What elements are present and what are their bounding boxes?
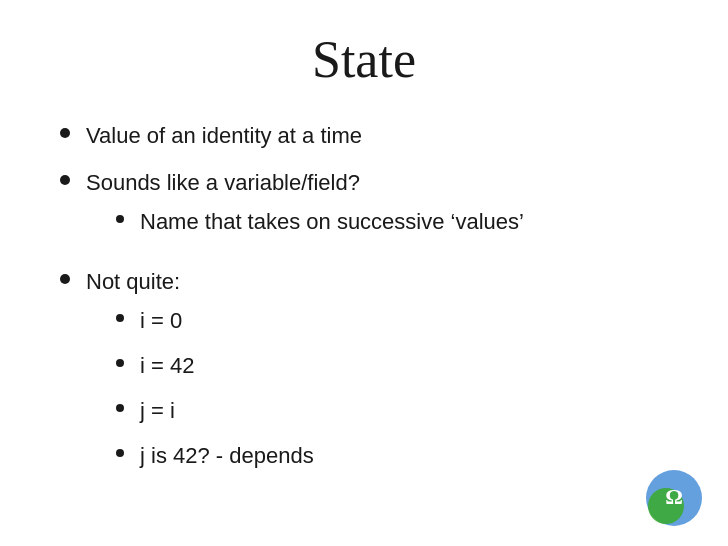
list-item: Not quite: i = 0 i = 42 j = i <box>60 267 668 485</box>
sub-text: j is 42? - depends <box>140 441 668 472</box>
logo-icon: Ω <box>644 468 704 528</box>
list-item: j is 42? - depends <box>86 441 668 472</box>
sub-dot-icon <box>116 449 124 457</box>
sub-dot-icon <box>116 314 124 322</box>
sub-text: Name that takes on successive ‘values’ <box>140 207 668 238</box>
bullet-text: Not quite: <box>86 269 180 294</box>
sub-dot-icon <box>116 215 124 223</box>
sub-list: i = 0 i = 42 j = i j is 42? - depends <box>86 306 668 471</box>
list-item: i = 42 <box>86 351 668 382</box>
slide-title: State <box>60 30 668 89</box>
list-item: i = 0 <box>86 306 668 337</box>
bullet-list: Value of an identity at a time Sounds li… <box>60 121 668 485</box>
bullet-dot-icon <box>60 128 70 138</box>
list-item: Value of an identity at a time <box>60 121 668 152</box>
sub-list: Name that takes on successive ‘values’ <box>86 207 668 238</box>
list-item: Name that takes on successive ‘values’ <box>86 207 668 238</box>
list-item: Sounds like a variable/field? Name that … <box>60 168 668 252</box>
bullet-dot-icon <box>60 274 70 284</box>
sub-text: j = i <box>140 396 668 427</box>
sub-dot-icon <box>116 359 124 367</box>
bullet-text: Value of an identity at a time <box>86 121 668 152</box>
slide: State Value of an identity at a time Sou… <box>0 0 728 546</box>
bullet-dot-icon <box>60 175 70 185</box>
sub-dot-icon <box>116 404 124 412</box>
list-item: j = i <box>86 396 668 427</box>
sub-text: i = 0 <box>140 306 668 337</box>
bullet-text: Sounds like a variable/field? <box>86 170 360 195</box>
svg-text:Ω: Ω <box>665 484 683 509</box>
sub-text: i = 42 <box>140 351 668 382</box>
